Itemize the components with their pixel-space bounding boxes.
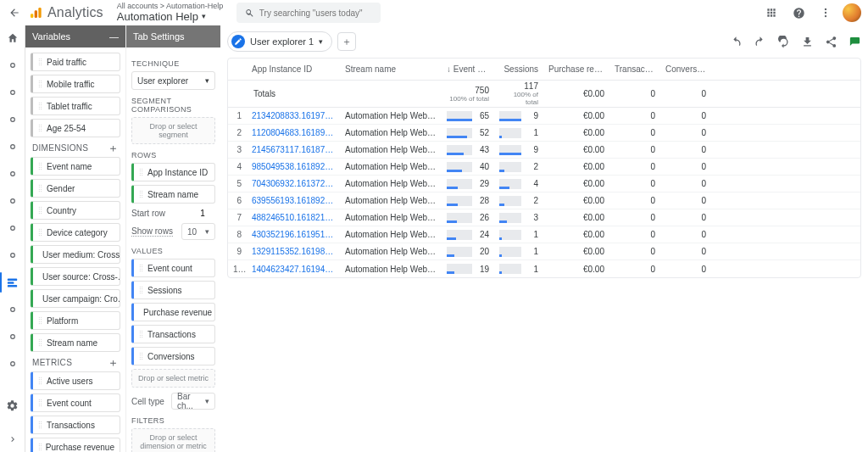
account-picker[interactable]: All accounts > Automation-Help Automatio… bbox=[117, 3, 223, 23]
segment-dropzone[interactable]: Drop or select segment bbox=[131, 117, 215, 144]
svg-rect-14 bbox=[8, 278, 17, 281]
column-header[interactable]: Transactions bbox=[609, 64, 660, 74]
show-rows-select[interactable]: 10▾ bbox=[181, 223, 215, 240]
export-icon[interactable] bbox=[848, 35, 861, 48]
start-row-label: Start row bbox=[131, 209, 165, 218]
svg-point-5 bbox=[825, 15, 826, 17]
retention-icon[interactable] bbox=[5, 193, 20, 209]
dim-chip[interactable]: Gender bbox=[31, 179, 120, 198]
settings-met-chip[interactable]: Transactions bbox=[131, 325, 215, 343]
dim-chip[interactable]: Platform bbox=[31, 311, 120, 330]
app-instance-link[interactable]: 639556193.1618924021 bbox=[247, 196, 340, 205]
stream-name: Automation Help Website bbox=[340, 230, 442, 239]
app-instance-link[interactable]: 985049538.1618925742 bbox=[247, 162, 340, 171]
seg-chip[interactable]: Paid traffic bbox=[31, 53, 120, 71]
seg-chip[interactable]: Mobile traffic bbox=[31, 75, 120, 93]
realtime-icon[interactable] bbox=[5, 58, 20, 73]
settings-icon[interactable] bbox=[5, 398, 20, 413]
search-input[interactable] bbox=[259, 8, 372, 18]
app-instance-link[interactable]: 430352196.1619516822 bbox=[247, 230, 340, 239]
cell-type-select[interactable]: Bar ch...▾ bbox=[171, 393, 215, 410]
column-header[interactable]: Sessions bbox=[494, 64, 543, 74]
met-chip[interactable]: Active users bbox=[31, 371, 120, 390]
dim-chip[interactable]: User source: Cross-... bbox=[31, 267, 120, 286]
more-icon[interactable] bbox=[815, 3, 836, 23]
settings-met-chip[interactable]: Sessions bbox=[131, 281, 215, 299]
rows-title: ROWS bbox=[131, 151, 215, 159]
dim-chip[interactable]: Country bbox=[31, 201, 120, 220]
monetization-icon[interactable] bbox=[5, 166, 20, 181]
app-instance-link[interactable]: 1404623427.1619455369 bbox=[247, 265, 340, 274]
column-header[interactable]: ↓ Event count bbox=[442, 64, 494, 74]
sessions-cell: 9 bbox=[494, 145, 543, 155]
reset-icon[interactable] bbox=[776, 35, 790, 48]
avatar[interactable] bbox=[843, 3, 861, 22]
settings-met-chip[interactable]: Event count bbox=[131, 259, 215, 277]
explore-icon[interactable] bbox=[5, 275, 20, 290]
seg-chip[interactable]: Age 25-54 bbox=[31, 119, 120, 137]
transactions-cell: 0 bbox=[609, 111, 660, 120]
dim-chip[interactable]: User campaign: Cro... bbox=[31, 289, 120, 308]
met-chip[interactable]: Purchase revenue bbox=[31, 438, 120, 452]
dim-chip[interactable]: User medium: Cross-... bbox=[31, 245, 120, 264]
collapse-icon[interactable]: — bbox=[109, 31, 119, 42]
dim-chip[interactable]: Stream name bbox=[31, 333, 120, 352]
configure-icon[interactable] bbox=[5, 329, 20, 344]
settings-chip-chip[interactable]: App Instance ID bbox=[131, 163, 215, 181]
app-instance-link[interactable]: 2134208833.1619799528 bbox=[247, 111, 340, 120]
table-row: 32145673117.1618749956Automation Help We… bbox=[228, 142, 860, 159]
share-icon[interactable] bbox=[824, 35, 837, 48]
value-dropzone[interactable]: Drop or select metric bbox=[131, 369, 215, 388]
add-tab-button[interactable]: ＋ bbox=[337, 32, 356, 51]
redo-icon[interactable] bbox=[753, 35, 766, 48]
home-icon[interactable] bbox=[5, 31, 20, 46]
totals-label: Totals bbox=[228, 89, 442, 98]
apps-icon[interactable] bbox=[761, 3, 782, 23]
svg-rect-16 bbox=[8, 285, 17, 287]
transactions-cell: 0 bbox=[609, 196, 660, 205]
seg-chip[interactable]: Tablet traffic bbox=[31, 97, 120, 115]
user-icon[interactable] bbox=[5, 112, 20, 127]
add-dimension-icon[interactable]: ＋ bbox=[108, 142, 119, 153]
download-icon[interactable] bbox=[800, 35, 814, 48]
settings-met-chip[interactable]: Purchase revenue bbox=[131, 303, 215, 321]
advertising-icon[interactable] bbox=[5, 302, 20, 317]
property-name: Automation Help bbox=[117, 11, 198, 23]
metrics-title: METRICS bbox=[32, 358, 72, 367]
met-chip[interactable]: Event count bbox=[31, 393, 120, 412]
demographics-icon[interactable] bbox=[5, 220, 20, 236]
app-instance-link[interactable]: 1329115352.1619899674 bbox=[247, 247, 340, 256]
technique-select[interactable]: User explorer▾ bbox=[131, 71, 215, 90]
admin-icon[interactable] bbox=[5, 356, 20, 371]
start-row-input[interactable] bbox=[190, 209, 215, 218]
filter-dropzone[interactable]: Drop or select dimension or metric bbox=[131, 428, 215, 452]
tech-icon[interactable] bbox=[5, 248, 20, 263]
add-metric-icon[interactable]: ＋ bbox=[108, 357, 119, 368]
app-instance-link[interactable]: 488246510.1618213418 bbox=[247, 213, 340, 222]
app-instance-link[interactable]: 2145673117.1618749956 bbox=[247, 145, 340, 154]
stream-name: Automation Help Website bbox=[340, 111, 442, 120]
show-rows-label[interactable]: Show rows bbox=[131, 226, 173, 237]
event-count-cell: 43 bbox=[442, 145, 494, 155]
expand-nav-icon[interactable] bbox=[5, 432, 20, 447]
lifecycle-icon[interactable] bbox=[5, 85, 20, 100]
dim-chip[interactable]: Event name bbox=[31, 157, 120, 176]
app-instance-link[interactable]: 1120804683.1618922721 bbox=[247, 128, 340, 137]
help-icon[interactable] bbox=[788, 3, 809, 23]
transactions-cell: 0 bbox=[609, 179, 660, 188]
app-instance-link[interactable]: 704306932.1613725859 bbox=[247, 179, 340, 188]
events-icon[interactable] bbox=[5, 139, 20, 154]
undo-icon[interactable] bbox=[729, 35, 743, 48]
dim-chip[interactable]: Device category bbox=[31, 223, 120, 242]
column-header[interactable]: Purchase revenue bbox=[543, 64, 609, 74]
back-icon[interactable] bbox=[7, 5, 22, 20]
report-tab[interactable]: User explorer 1 ▾ bbox=[227, 31, 332, 52]
table-row: 7488246510.1618213418Automation Help Web… bbox=[228, 209, 860, 226]
settings-met-chip[interactable]: Conversions bbox=[131, 347, 215, 366]
table-row: 4985049538.1618925742Automation Help Web… bbox=[228, 159, 860, 176]
column-header[interactable]: Conversions bbox=[660, 64, 711, 74]
settings-chip-chip[interactable]: Stream name bbox=[131, 185, 215, 204]
met-chip[interactable]: Transactions bbox=[31, 416, 120, 434]
search-box[interactable] bbox=[236, 3, 381, 23]
tab-settings-header: Tab Settings bbox=[126, 25, 220, 47]
